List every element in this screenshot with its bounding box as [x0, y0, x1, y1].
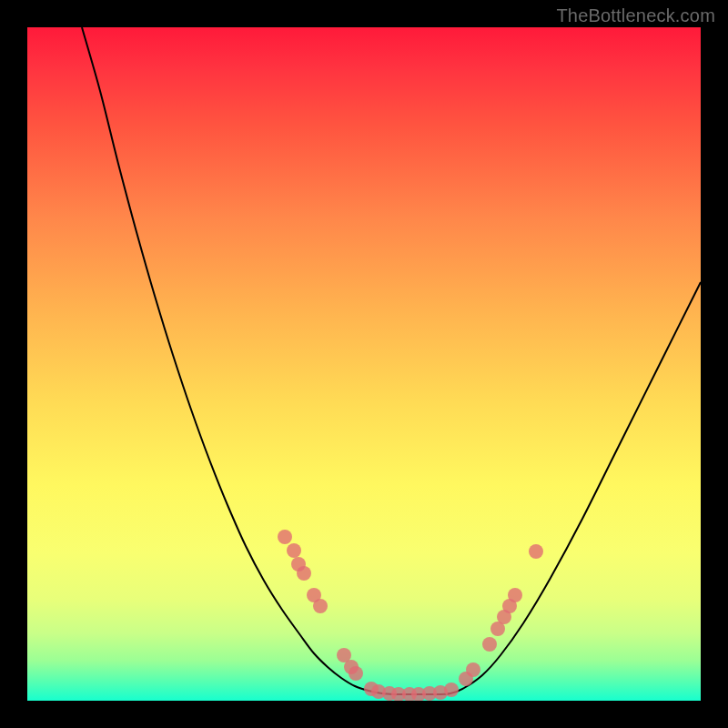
data-marker: [482, 637, 497, 652]
chart-svg: [27, 27, 701, 701]
data-marker: [297, 566, 311, 581]
data-marker: [444, 682, 459, 697]
data-marker: [466, 662, 480, 677]
data-marker: [349, 666, 363, 681]
data-marker: [287, 543, 301, 558]
watermark-text: TheBottleneck.com: [556, 5, 715, 26]
data-marker: [313, 599, 328, 613]
chart-area: [27, 27, 701, 701]
data-marker: [529, 544, 543, 559]
bottleneck-curve: [82, 27, 701, 694]
curve-group: [82, 27, 701, 694]
data-marker: [278, 530, 292, 544]
marker-group: [278, 530, 543, 701]
data-marker: [508, 588, 522, 602]
